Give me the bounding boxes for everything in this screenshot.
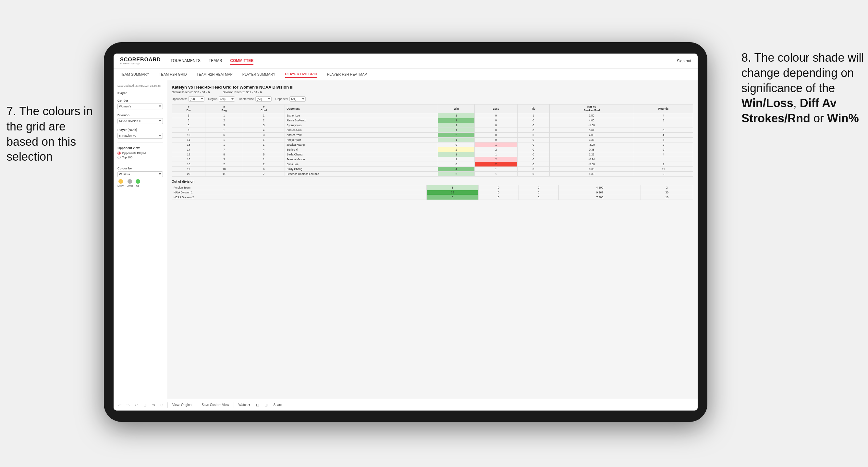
toolbar-icon-4[interactable]: ⊡ <box>255 402 260 408</box>
ood-cell-tie: 0 <box>519 190 558 195</box>
cell-loss: 1 <box>475 152 518 157</box>
subnav-player-h2h-heatmap[interactable]: PLAYER H2H HEATMAP <box>327 71 367 77</box>
cell-rounds: 4 <box>634 113 693 118</box>
filter-opponent-select[interactable]: (All) <box>289 96 306 101</box>
ood-cell-loss: 0 <box>478 195 519 200</box>
cell-rounds: 2 <box>634 162 693 167</box>
cell-reg: 7 <box>206 147 243 152</box>
division-record-label: Division Record: <box>223 90 245 94</box>
out-of-division-table: Foreign Team 1 0 0 4.500 2 NAIA Division… <box>172 185 693 200</box>
cell-loss: 2 <box>475 157 518 162</box>
radio-top100[interactable]: Top 100 <box>118 156 163 159</box>
sidebar-player-rank-select[interactable]: 8. Katelyn Vo <box>118 133 163 138</box>
subnav-team-h2h-heatmap[interactable]: TEAM H2H HEATMAP <box>197 71 232 77</box>
cell-reg: 8 <box>206 152 243 157</box>
toolbar-share[interactable]: Share <box>272 402 284 408</box>
cell-tie: 0 <box>517 167 549 172</box>
col-conf: #Conf <box>243 104 285 113</box>
table-row: 9 1 4 Sharon Mun 1 0 0 3.67 3 <box>172 128 693 133</box>
logo-text: SCOREBOARD <box>120 57 161 62</box>
sign-out-link[interactable]: Sign out <box>677 57 691 65</box>
toolbar-icon-5[interactable]: ⊞ <box>263 402 269 408</box>
cell-conf: 7 <box>243 172 285 177</box>
ood-table-body: Foreign Team 1 0 0 4.500 2 NAIA Division… <box>172 185 693 200</box>
cell-rounds: 2 <box>634 143 693 147</box>
swatch-up: Up <box>136 179 140 187</box>
cell-conf: 1 <box>243 137 285 143</box>
cell-conf: 2 <box>243 162 285 167</box>
table-header-row: #Div #Reg #Conf Opponent Win Loss Tie Di… <box>172 104 693 113</box>
annotation-right-or: or <box>810 112 827 125</box>
cell-div: 11 <box>172 137 206 143</box>
cell-div: 3 <box>172 113 206 118</box>
colour-by-section: Colour by Win/loss Down Level <box>118 166 163 187</box>
cell-div: 5 <box>172 118 206 123</box>
toolbar-undo[interactable]: ↩ <box>117 402 123 408</box>
swatch-level: Level <box>127 179 133 187</box>
annotation-left: 7. The colours in the grid are based on … <box>6 104 97 164</box>
colour-swatches: Down Level Up <box>118 179 163 187</box>
ood-cell-opponent: Foreign Team <box>172 185 427 190</box>
annotation-right-prefix: 8. The colour shade will change dependin… <box>741 51 864 95</box>
cell-diff: 4.00 <box>549 118 634 123</box>
cell-rounds: 3 <box>634 137 693 143</box>
cell-opponent: Jessica Mason <box>285 157 438 162</box>
filter-row: Opponents: (All) Region (All) Conference <box>172 96 693 101</box>
toolbar-view-original[interactable]: View: Original <box>170 402 194 408</box>
top-nav: SCOREBOARD Powered by clippd TOURNAMENTS… <box>114 54 698 68</box>
col-opponent: Opponent <box>285 104 438 113</box>
filter-opponent: Opponent (All) <box>276 96 306 101</box>
cell-tie: 0 <box>517 143 549 147</box>
toolbar-redo-2[interactable]: ↩ <box>134 402 140 408</box>
table-row: 5 2 2 Alexis Sudjianto 1 0 0 4.00 3 <box>172 118 693 123</box>
cell-conf: 3 <box>243 123 285 128</box>
cell-tie: 1 <box>517 113 549 118</box>
toolbar-icon-3[interactable]: ⊙ <box>159 402 165 408</box>
subnav-player-summary[interactable]: PLAYER SUMMARY <box>242 71 276 77</box>
colour-by-select[interactable]: Win/loss <box>118 172 163 177</box>
subnav-player-h2h-grid[interactable]: PLAYER H2H GRID <box>285 71 317 78</box>
nav-link-committee[interactable]: COMMITTEE <box>230 57 253 65</box>
cell-tie: 0 <box>517 123 549 128</box>
subnav-team-h2h-grid[interactable]: TEAM H2H GRID <box>159 71 187 77</box>
cell-opponent: Euna Lee <box>285 162 438 167</box>
toolbar-icon-1[interactable]: ⊞ <box>142 402 148 408</box>
table-row: 19 10 6 Emily Chang 4 1 0 0.30 11 <box>172 167 693 172</box>
tablet-device: SCOREBOARD Powered by clippd TOURNAMENTS… <box>104 42 707 422</box>
nav-link-tournaments[interactable]: TOURNAMENTS <box>171 57 200 65</box>
grid-title: Katelyn Vo Head-to-Head Grid for Women's… <box>172 85 693 90</box>
filter-conference-select[interactable]: (All) <box>255 96 272 101</box>
cell-div: 13 <box>172 143 206 147</box>
cell-win: 0 <box>438 143 475 147</box>
col-reg: #Reg <box>206 104 243 113</box>
ood-cell-win: 1 <box>426 185 478 190</box>
cell-conf: 4 <box>243 147 285 152</box>
subnav-team-summary[interactable]: TEAM SUMMARY <box>120 71 149 77</box>
cell-conf: 5 <box>243 152 285 157</box>
sidebar-division-section: Division NCAA Division III <box>118 113 163 124</box>
cell-tie: 0 <box>517 118 549 123</box>
filter-opponent-label: Opponent <box>276 97 288 101</box>
filter-opponents: Opponents: (All) <box>172 96 205 101</box>
table-row: 6 3 3 Sydney Kuo 1 0 0 -1.00 <box>172 123 693 128</box>
cell-win: 1 <box>438 157 475 162</box>
radio-opponents-played[interactable]: Opponents Played <box>118 152 163 155</box>
filter-opponents-select[interactable]: (All) <box>188 96 205 101</box>
toolbar-redo-1[interactable]: ↪ <box>125 402 131 408</box>
overall-record: Overall Record: 353 - 34 - 6 <box>172 90 210 94</box>
sidebar-division-label: Division <box>118 113 163 117</box>
toolbar-watch[interactable]: Watch ▾ <box>237 402 252 408</box>
cell-reg: 1 <box>206 128 243 133</box>
cell-diff: -5.00 <box>549 162 634 167</box>
cell-tie: 0 <box>517 137 549 143</box>
ood-cell-opponent: NAIA Division 1 <box>172 190 427 195</box>
toolbar-save-custom[interactable]: Save Custom View <box>200 402 231 408</box>
toolbar-icon-2[interactable]: ⟲ <box>151 402 156 408</box>
cell-loss: 1 <box>475 143 518 147</box>
cell-rounds: 3 <box>634 118 693 123</box>
cell-win: 1 <box>438 152 475 157</box>
sidebar-gender-select[interactable]: Women's <box>118 103 163 110</box>
filter-region-select[interactable]: (All) <box>219 96 235 101</box>
sidebar-division-select[interactable]: NCAA Division III <box>118 118 163 124</box>
nav-link-teams[interactable]: TEAMS <box>209 57 222 65</box>
